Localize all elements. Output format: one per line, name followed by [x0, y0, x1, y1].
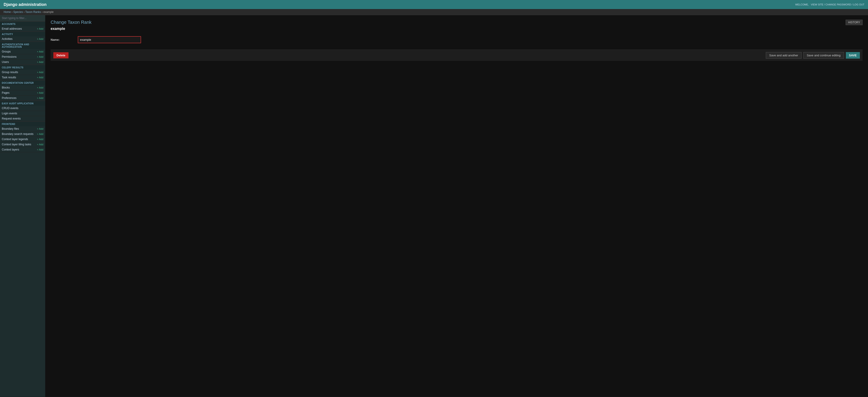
sidebar-add-link[interactable]: + Add: [37, 143, 43, 146]
save-button[interactable]: SAVE: [846, 52, 860, 59]
sidebar-item-label[interactable]: Pages: [2, 91, 9, 94]
name-input[interactable]: [78, 36, 141, 43]
sidebar-item[interactable]: Activities+ Add: [0, 36, 45, 41]
sidebar-item-label[interactable]: Users: [2, 60, 9, 64]
sidebar-item-label[interactable]: Activities: [2, 37, 12, 40]
main-layout: ACCOUNTSEmail addresses+ AddACTIVITYActi…: [0, 15, 868, 397]
sidebar-item[interactable]: Context layer legends+ Add: [0, 137, 45, 142]
sidebar-item[interactable]: Context layers+ Add: [0, 147, 45, 152]
sidebar-item-label[interactable]: Email addresses: [2, 27, 22, 30]
save-and-continue-editing-button[interactable]: Save and continue editing: [803, 52, 844, 59]
sidebar-section-celery-results: CELERY RESULTS: [0, 65, 45, 70]
view-site-link[interactable]: VIEW SITE: [811, 3, 824, 6]
sidebar-item[interactable]: Users+ Add: [0, 59, 45, 65]
object-name: example: [51, 27, 863, 31]
sidebar-filter-input[interactable]: [0, 15, 45, 21]
sidebar-add-link[interactable]: + Add: [37, 71, 43, 74]
user-tools: WELCOME, VIEW SITE / CHANGE PASSWORD / L…: [795, 3, 864, 6]
sidebar-item[interactable]: Preferences+ Add: [0, 95, 45, 101]
sidebar-item-label[interactable]: Context layers: [2, 148, 19, 151]
sidebar-item-label[interactable]: Groups: [2, 50, 11, 53]
sidebar-section-frontend: FRONTEND: [0, 121, 45, 126]
sidebar-item-label[interactable]: Context layer legends: [2, 138, 28, 141]
sidebar-section-authentication-and-authorization: AUTHENTICATION AND AUTHORIZATION: [0, 41, 45, 49]
sidebar-add-link[interactable]: + Add: [37, 55, 43, 58]
sidebar-item[interactable]: Boundary search requests+ Add: [0, 132, 45, 137]
sidebar-add-link[interactable]: + Add: [37, 86, 43, 89]
sidebar-item-label[interactable]: Login events: [2, 112, 17, 115]
sidebar-item[interactable]: Login events: [0, 111, 45, 116]
save-and-add-another-button[interactable]: Save and add another: [766, 52, 802, 59]
sidebar-add-link[interactable]: + Add: [37, 76, 43, 79]
sidebar-add-link[interactable]: + Add: [37, 127, 43, 130]
breadcrumb: Home › Species › Taxon Ranks › example: [0, 9, 868, 15]
sidebar-item[interactable]: CRUD events: [0, 106, 45, 111]
breadcrumb-species[interactable]: Species: [13, 10, 23, 13]
sidebar-add-link[interactable]: + Add: [37, 50, 43, 53]
sidebar-add-link[interactable]: + Add: [37, 148, 43, 151]
form-row-name: Name:: [51, 34, 863, 45]
sidebar-item[interactable]: Request events: [0, 116, 45, 121]
breadcrumb-home[interactable]: Home: [4, 10, 11, 13]
header: Django administration WELCOME, VIEW SITE…: [0, 0, 868, 9]
sidebar-item-label[interactable]: Blocks: [2, 86, 10, 89]
delete-button[interactable]: Delete: [53, 52, 68, 58]
sidebar-add-link[interactable]: + Add: [37, 97, 43, 100]
sidebar-item-label[interactable]: Preferences: [2, 96, 17, 100]
sidebar-section-activity: ACTIVITY: [0, 31, 45, 36]
sidebar-item[interactable]: Groups+ Add: [0, 49, 45, 54]
change-password-link[interactable]: CHANGE PASSWORD: [826, 3, 851, 6]
breadcrumb-taxon-ranks[interactable]: Taxon Ranks: [25, 10, 41, 13]
sidebar-item-label[interactable]: Context layer tiling tasks: [2, 143, 31, 146]
sidebar-item[interactable]: Boundary files+ Add: [0, 126, 45, 132]
history-button[interactable]: HISTORY: [846, 20, 863, 25]
sidebar-add-link[interactable]: + Add: [37, 133, 43, 135]
sidebar-section-easy-audit-application: EASY AUDIT APPLICATION: [0, 101, 45, 106]
sidebar-add-link[interactable]: + Add: [37, 138, 43, 141]
sidebar-item-label[interactable]: Group results: [2, 70, 18, 74]
page-title: Change Taxon Rank: [51, 20, 863, 25]
sidebar-item[interactable]: Pages+ Add: [0, 90, 45, 95]
sidebar-add-link[interactable]: + Add: [37, 37, 43, 40]
sidebar-item[interactable]: Email addresses+ Add: [0, 26, 45, 31]
sidebar-item-label[interactable]: Permissions: [2, 55, 17, 58]
sidebar-item-label[interactable]: Request events: [2, 117, 21, 120]
name-label: Name:: [51, 38, 78, 41]
sidebar-section-documentation-center: DOCUMENTATION CENTER: [0, 80, 45, 85]
sidebar-item-label[interactable]: Task results: [2, 76, 16, 79]
sidebar-item[interactable]: Permissions+ Add: [0, 54, 45, 59]
submit-row: Delete Save and add another Save and con…: [51, 50, 863, 61]
sidebar-item-label[interactable]: Boundary files: [2, 127, 19, 131]
sidebar-add-link[interactable]: + Add: [37, 91, 43, 94]
log-out-link[interactable]: LOG OUT: [853, 3, 864, 6]
sidebar-item[interactable]: Task results+ Add: [0, 75, 45, 80]
sidebar-item[interactable]: Blocks+ Add: [0, 85, 45, 90]
sidebar-item-label[interactable]: CRUD events: [2, 107, 18, 110]
site-name: Django administration: [4, 2, 46, 7]
sidebar-item-label[interactable]: Boundary search requests: [2, 133, 33, 136]
sidebar-add-link[interactable]: + Add: [37, 61, 43, 63]
breadcrumb-current: example: [43, 10, 54, 13]
sidebar-item[interactable]: Context layer tiling tasks+ Add: [0, 142, 45, 147]
sidebar-add-link[interactable]: + Add: [37, 27, 43, 30]
sidebar-section-accounts: ACCOUNTS: [0, 21, 45, 26]
main-content: HISTORY Change Taxon Rank example Name: …: [45, 15, 868, 397]
welcome-label: WELCOME,: [795, 3, 809, 6]
sidebar: ACCOUNTSEmail addresses+ AddACTIVITYActi…: [0, 15, 45, 397]
sidebar-item[interactable]: Group results+ Add: [0, 70, 45, 75]
